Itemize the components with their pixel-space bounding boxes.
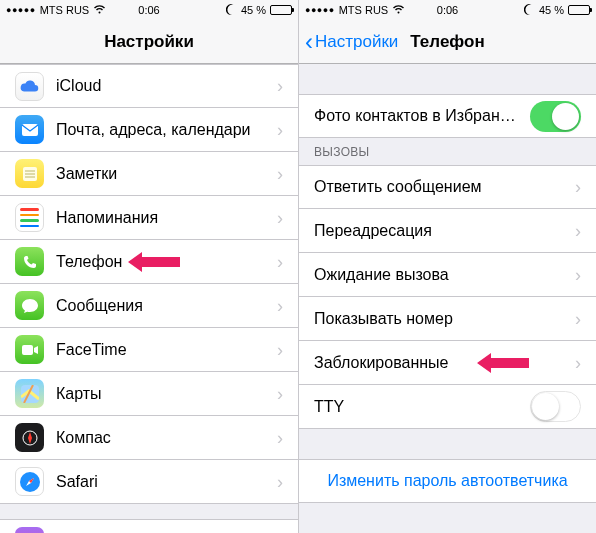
maps-icon <box>15 379 44 408</box>
chevron-right-icon: › <box>277 253 283 271</box>
chevron-right-icon: › <box>277 209 283 227</box>
settings-row-compass[interactable]: Компас › <box>0 416 298 460</box>
change-voicemail-password-link[interactable]: Изменить пароль автоответчика <box>299 459 596 503</box>
compass-icon <box>15 423 44 452</box>
page-title: Настройки <box>104 32 194 52</box>
chevron-right-icon: › <box>277 297 283 315</box>
row-label: Телефон <box>56 253 265 271</box>
clock-label: 0:06 <box>0 4 298 16</box>
settings-row-icloud[interactable]: iCloud › <box>0 64 298 108</box>
nav-bar: ‹ Настройки Телефон <box>299 20 596 64</box>
chevron-right-icon: › <box>277 77 283 95</box>
row-label: Ответить сообщением <box>314 178 563 196</box>
back-button[interactable]: ‹ Настройки <box>305 30 398 54</box>
chevron-right-icon: › <box>575 310 581 328</box>
reminders-icon <box>15 203 44 232</box>
tty-row[interactable]: TTY <box>299 385 596 429</box>
calls-section-header: ВЫЗОВЫ <box>299 138 596 165</box>
row-label: Компас <box>56 429 265 447</box>
row-label: Ожидание вызова <box>314 266 563 284</box>
cloud-icon <box>15 72 44 101</box>
chevron-right-icon: › <box>277 429 283 447</box>
row-label: Заметки <box>56 165 265 183</box>
blocked-row[interactable]: Заблокированные › <box>299 341 596 385</box>
phone-settings-list[interactable]: Фото контактов в Избранном ВЫЗОВЫ Ответи… <box>299 64 596 533</box>
settings-row-itunes[interactable]: iTunes Store, App Store › <box>0 519 298 533</box>
row-label: iCloud <box>56 77 265 95</box>
row-label: FaceTime <box>56 341 265 359</box>
chevron-right-icon: › <box>277 165 283 183</box>
mail-icon <box>15 115 44 144</box>
favorites-photo-row[interactable]: Фото контактов в Избранном <box>299 94 596 138</box>
show-caller-id-row[interactable]: Показывать номер › <box>299 297 596 341</box>
settings-row-facetime[interactable]: FaceTime › <box>0 328 298 372</box>
settings-row-mail[interactable]: Почта, адреса, календари › <box>0 108 298 152</box>
call-forwarding-row[interactable]: Переадресация › <box>299 209 596 253</box>
messages-icon <box>15 291 44 320</box>
svg-rect-0 <box>22 124 38 136</box>
settings-row-notes[interactable]: Заметки › <box>0 152 298 196</box>
row-label: Переадресация <box>314 222 563 240</box>
svg-rect-5 <box>22 345 33 355</box>
page-title: Телефон <box>410 32 484 52</box>
chevron-right-icon: › <box>575 354 581 372</box>
facetime-icon <box>15 335 44 364</box>
status-bar: ●●●●● MTS RUS 0:06 45 % <box>299 0 596 20</box>
link-label: Изменить пароль автоответчика <box>327 472 567 490</box>
safari-icon <box>15 467 44 496</box>
settings-list[interactable]: iCloud › Почта, адреса, календари › Заме… <box>0 64 298 533</box>
row-label: Заблокированные <box>314 354 563 372</box>
battery-icon <box>270 5 292 15</box>
back-label: Настройки <box>315 32 398 52</box>
favorites-photo-switch[interactable] <box>530 101 581 132</box>
chevron-left-icon: ‹ <box>305 30 313 54</box>
itunes-icon <box>15 527 44 534</box>
settings-row-maps[interactable]: Карты › <box>0 372 298 416</box>
status-bar: ●●●●● MTS RUS 0:06 45 % <box>0 0 298 20</box>
chevron-right-icon: › <box>575 266 581 284</box>
nav-bar: Настройки <box>0 20 298 64</box>
chevron-right-icon: › <box>277 473 283 491</box>
settings-row-safari[interactable]: Safari › <box>0 460 298 504</box>
settings-row-phone[interactable]: Телефон › <box>0 240 298 284</box>
tty-switch[interactable] <box>530 391 581 422</box>
phone-icon <box>15 247 44 276</box>
row-label: Почта, адреса, календари <box>56 121 265 139</box>
chevron-right-icon: › <box>575 222 581 240</box>
row-label: Показывать номер <box>314 310 563 328</box>
row-label: Фото контактов в Избранном <box>314 107 518 125</box>
notes-icon <box>15 159 44 188</box>
settings-row-reminders[interactable]: Напоминания › <box>0 196 298 240</box>
row-label: Safari <box>56 473 265 491</box>
call-waiting-row[interactable]: Ожидание вызова › <box>299 253 596 297</box>
row-label: Напоминания <box>56 209 265 227</box>
clock-label: 0:06 <box>299 4 596 16</box>
row-label: TTY <box>314 398 518 416</box>
chevron-right-icon: › <box>277 121 283 139</box>
row-label: Карты <box>56 385 265 403</box>
chevron-right-icon: › <box>277 385 283 403</box>
left-screen: ●●●●● MTS RUS 0:06 45 % Настройки iCloud… <box>0 0 298 533</box>
chevron-right-icon: › <box>277 341 283 359</box>
chevron-right-icon: › <box>575 178 581 196</box>
battery-icon <box>568 5 590 15</box>
reply-with-message-row[interactable]: Ответить сообщением › <box>299 165 596 209</box>
row-label: Сообщения <box>56 297 265 315</box>
settings-row-messages[interactable]: Сообщения › <box>0 284 298 328</box>
right-screen: ●●●●● MTS RUS 0:06 45 % ‹ Настройки Теле… <box>298 0 596 533</box>
